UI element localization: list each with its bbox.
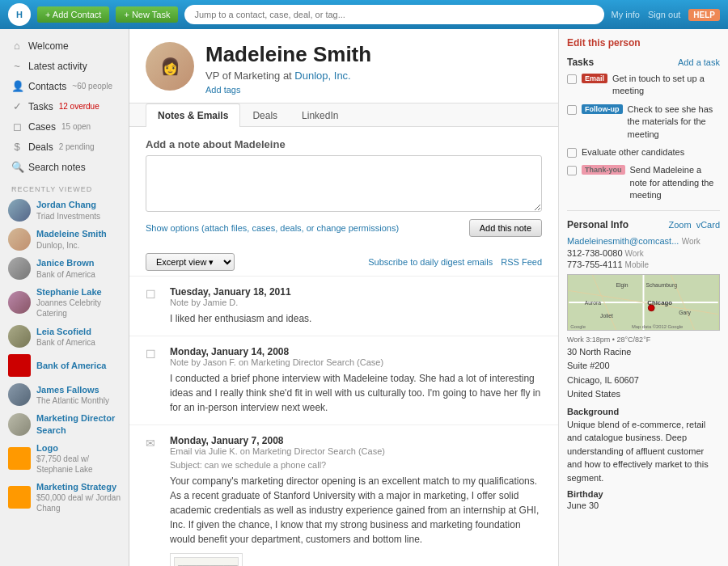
tab-notes[interactable]: Notes & Emails bbox=[146, 103, 240, 127]
rv-info-boa: Bank of America bbox=[36, 360, 106, 371]
deals-icon: $ bbox=[11, 141, 23, 153]
rv-sub-mstrat: $50,000 deal w/ Jordan Chang bbox=[36, 492, 121, 513]
address-block: 30 North RacineSuite #200Chicago, IL 606… bbox=[567, 345, 720, 402]
svg-text:Gary: Gary bbox=[679, 309, 691, 315]
note-textarea[interactable] bbox=[146, 155, 542, 212]
sidebar-label-cases: Cases bbox=[28, 121, 56, 133]
note-actions: Show options (attach files, cases, deals… bbox=[146, 219, 542, 237]
rv-item-james[interactable]: James Fallows The Atlantic Monthly bbox=[0, 380, 129, 409]
sidebar-label-tasks: Tasks bbox=[28, 101, 53, 112]
rss-link[interactable]: RSS Feed bbox=[501, 257, 542, 267]
add-task-link[interactable]: Add a task bbox=[678, 57, 720, 67]
sidebar-item-cases[interactable]: ◻ Cases 15 open bbox=[0, 116, 129, 137]
note-by-note1: Note by Jamie D. bbox=[170, 298, 542, 307]
add-note-label: Add a note about Madeleine bbox=[146, 138, 542, 150]
note-by-note3: Email via Julie K. on Marketing Director… bbox=[170, 446, 542, 456]
rv-info-mds: Marketing Director Search bbox=[36, 412, 121, 436]
badge-tasks: 12 overdue bbox=[59, 102, 99, 111]
svg-text:Joliet: Joliet bbox=[600, 313, 613, 319]
notes-list: ☐ Tuesday, January 18, 2011 Note by Jami… bbox=[129, 277, 558, 566]
rv-info-jordan: Jordan Chang Triad Investments bbox=[36, 199, 100, 221]
divider bbox=[567, 210, 720, 211]
rv-item-mstrat[interactable]: Marketing Strategy $50,000 deal w/ Jorda… bbox=[0, 478, 129, 517]
add-note-button[interactable]: Add this note bbox=[469, 219, 542, 237]
note-content-note3: Monday, January 7, 2008 Email via Julie … bbox=[170, 435, 542, 566]
rv-item-stephanie[interactable]: Stephanie Lake Joannes Celebrity Caterin… bbox=[0, 283, 129, 322]
sidebar-item-activity[interactable]: ~ Latest activity bbox=[0, 56, 129, 76]
search-input[interactable] bbox=[184, 5, 604, 24]
rv-item-logo[interactable]: Logo $7,750 deal w/ Stephanie Lake bbox=[0, 439, 129, 478]
tasks-label: Tasks bbox=[567, 57, 594, 68]
rv-item-madeleine[interactable]: Madeleine Smith Dunlop, Inc. bbox=[0, 225, 129, 254]
rv-avatar-james bbox=[8, 383, 31, 406]
rv-info-logo: Logo $7,750 deal w/ Stephanie Lake bbox=[36, 442, 121, 475]
task-check-2[interactable] bbox=[567, 148, 577, 158]
tab-deals[interactable]: Deals bbox=[240, 103, 290, 127]
task-check-3[interactable] bbox=[567, 166, 577, 175]
phone1-number: 312-738-0080 bbox=[567, 248, 623, 258]
phone2-number: 773-755-4111 bbox=[567, 260, 623, 269]
sidebar-item-deals[interactable]: $ Deals 2 pending bbox=[0, 137, 129, 157]
add-tags-link[interactable]: Add tags bbox=[205, 85, 371, 95]
rv-info-janice: Janice Brown Bank of America bbox=[36, 257, 95, 279]
background-label: Background bbox=[567, 407, 720, 416]
rv-sub-janice: Bank of America bbox=[36, 269, 95, 280]
task-check-0[interactable] bbox=[567, 74, 577, 84]
excerpt-view-select[interactable]: Excerpt view ▾ bbox=[146, 253, 235, 271]
rv-item-leia[interactable]: Leia Scofield Bank of America bbox=[0, 322, 129, 351]
zoom-link[interactable]: Zoom bbox=[669, 220, 692, 230]
rv-name-mds: Marketing Director Search bbox=[36, 412, 121, 436]
tab-linkedin[interactable]: LinkedIn bbox=[290, 103, 350, 127]
contacts-icon: 👤 bbox=[11, 80, 23, 92]
note-by-note2: Note by Jason F. on Marketing Director S… bbox=[170, 357, 542, 367]
note-entry-note3: ✉ Monday, January 7, 2008 Email via Juli… bbox=[129, 425, 558, 566]
notes-controls: Excerpt view ▾ Subscribe to daily digest… bbox=[129, 248, 558, 277]
top-navigation: H + Add Contact + New Task My info Sign … bbox=[0, 0, 728, 29]
rv-item-jordan[interactable]: Jordan Chang Triad Investments bbox=[0, 196, 129, 225]
sidebar-item-search[interactable]: 🔍 Search notes bbox=[0, 157, 129, 177]
rv-avatar-mds bbox=[8, 413, 31, 436]
signout-link[interactable]: Sign out bbox=[648, 10, 680, 19]
contact-title: VP of Marketing at Dunlop, Inc. bbox=[205, 70, 371, 82]
contact-avatar: 👩 bbox=[146, 42, 194, 91]
task-item-1: Follow-up Check to see she has the mater… bbox=[567, 103, 720, 141]
rv-info-madeleine: Madeleine Smith Dunlop, Inc. bbox=[36, 228, 107, 250]
sidebar-item-contacts[interactable]: 👤 Contacts ~60 people bbox=[0, 76, 129, 96]
email-label: Work bbox=[682, 237, 700, 246]
rv-avatar-mstrat bbox=[8, 486, 31, 509]
rv-name-boa: Bank of America bbox=[36, 360, 106, 371]
rv-item-janice[interactable]: Janice Brown Bank of America bbox=[0, 254, 129, 283]
add-contact-button[interactable]: + Add Contact bbox=[37, 6, 109, 23]
new-task-button[interactable]: + New Task bbox=[116, 6, 178, 23]
sidebar-label-deals: Deals bbox=[28, 142, 53, 153]
center-panel: 👩 Madeleine Smith VP of Marketing at Dun… bbox=[129, 29, 558, 566]
my-info-link[interactable]: My info bbox=[611, 10, 639, 19]
note-content-note1: Tuesday, January 18, 2011 Note by Jamie … bbox=[170, 286, 542, 326]
rv-item-boa[interactable]: Bank of America bbox=[0, 351, 129, 380]
rv-name-jordan: Jordan Chang bbox=[36, 199, 100, 210]
contact-company-link[interactable]: Dunlop, Inc. bbox=[294, 70, 350, 82]
rv-item-mds[interactable]: Marketing Director Search bbox=[0, 409, 129, 439]
edit-person-link[interactable]: Edit this person bbox=[567, 37, 641, 49]
personal-info-label: Personal Info bbox=[567, 219, 629, 230]
show-options-link[interactable]: Show options (attach files, cases, deals… bbox=[146, 223, 399, 233]
task-check-1[interactable] bbox=[567, 105, 577, 115]
rv-name-janice: Janice Brown bbox=[36, 257, 95, 268]
vcard-link[interactable]: vCard bbox=[696, 220, 720, 230]
phone2-row: 773-755-4111 Mobile bbox=[567, 260, 720, 269]
note-icon-note2: ☐ bbox=[146, 348, 162, 415]
phone2-label: Mobile bbox=[625, 260, 649, 269]
rv-name-madeleine: Madeleine Smith bbox=[36, 228, 107, 239]
sidebar-item-tasks[interactable]: ✓ Tasks 12 overdue bbox=[0, 96, 129, 116]
email-link[interactable]: Madeleinesmith@comcast... bbox=[567, 236, 679, 246]
rv-name-logo: Logo bbox=[36, 442, 121, 454]
personal-info-header: Personal Info Zoom vCard bbox=[567, 219, 720, 230]
notes-links: Subscribe to daily digest emails RSS Fee… bbox=[368, 257, 542, 267]
note-attachment-note3: ───────────── ───────── ───────────── ──… bbox=[170, 553, 243, 566]
help-button[interactable]: HELP bbox=[688, 9, 720, 21]
rv-sub-jordan: Triad Investments bbox=[36, 211, 100, 222]
subscribe-link[interactable]: Subscribe to daily digest emails bbox=[368, 257, 493, 267]
sidebar-item-welcome[interactable]: ⌂ Welcome bbox=[0, 36, 129, 56]
map-label: Work 3:18pm • 28°C/82°F bbox=[567, 336, 720, 344]
birthday-value: June 30 bbox=[567, 501, 720, 510]
